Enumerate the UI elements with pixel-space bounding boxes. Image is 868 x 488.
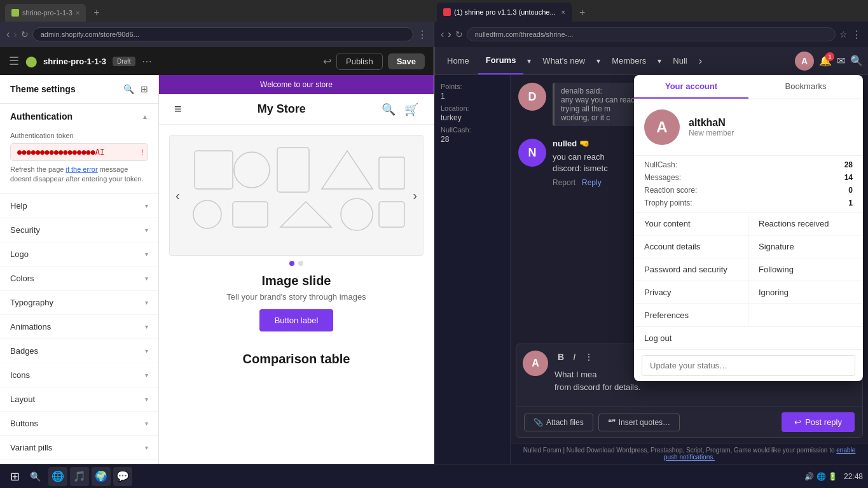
forum-nav-null[interactable]: Null (665, 47, 694, 74)
more-options-icon[interactable]: ⋯ (142, 55, 152, 67)
dropdown-tab-account[interactable]: Your account (634, 75, 748, 99)
dropdown-username: altkhaN (689, 117, 734, 129)
menu-reactions-received[interactable]: Reactions received (748, 213, 863, 235)
slide-dot-1[interactable] (289, 261, 294, 266)
sidebar-item-buttons[interactable]: Buttons▾ (0, 412, 158, 436)
nav-forward-right[interactable]: › (448, 29, 451, 40)
taskbar-icon-windows[interactable]: 🌐 (48, 467, 67, 486)
nav-reload-left[interactable]: ↻ (21, 29, 29, 39)
left-url-bar[interactable]: admin.shopify.com/store/90d6... (32, 27, 413, 41)
logout-item[interactable]: Log out (634, 327, 863, 349)
messages-icon[interactable]: ✉ (837, 55, 845, 67)
shopify-logo: ⬤ (25, 55, 37, 67)
store-cart-icon[interactable]: 🛒 (404, 102, 418, 116)
slide-title: Image slide (169, 274, 424, 288)
taskbar-icon-spotify[interactable]: 🎵 (70, 467, 89, 486)
user-avatar-nav[interactable]: A (795, 52, 814, 71)
auth-hint-link[interactable]: if the error (65, 165, 97, 173)
settings-search-icon[interactable]: 🔍 (123, 84, 134, 94)
sidebar-item-variant-pills[interactable]: Variant pills▾ (0, 436, 158, 460)
menu-password-security[interactable]: Password and security (634, 258, 748, 281)
store-name-label: shrine-pro-1-1-3 (43, 57, 106, 66)
nav-back-right[interactable]: ‹ (441, 29, 444, 40)
svg-point-8 (341, 199, 373, 230)
auth-section-header[interactable]: Authentication ▲ (0, 104, 158, 129)
settings-grid-icon[interactable]: ⊞ (141, 84, 148, 94)
taskbar-icon-folder[interactable]: 💬 (113, 467, 132, 486)
forum-nav-more[interactable]: › (696, 55, 705, 67)
bookmark-right[interactable]: ☆ (839, 29, 848, 39)
dropdown-tab-bookmarks[interactable]: Bookmarks (748, 75, 863, 99)
undo-icon[interactable]: ↩ (323, 55, 331, 67)
sidebar-item-security[interactable]: Security▾ (0, 218, 158, 242)
forum-nav-whats-new-chevron[interactable]: ▾ (594, 57, 603, 66)
nav-forward-left[interactable]: › (13, 29, 17, 40)
nav-back-left[interactable]: ‹ (6, 29, 10, 40)
sidebar-item-label: Buttons (10, 419, 38, 428)
nav-reload-right[interactable]: ↻ (455, 29, 463, 39)
forum-nav-members[interactable]: Members (604, 47, 654, 74)
menu-your-content[interactable]: Your content (634, 213, 748, 235)
sidebar-item-help[interactable]: Help▾ (0, 194, 158, 218)
menu-ignoring[interactable]: Ignoring (748, 281, 863, 303)
menu-following[interactable]: Following (748, 258, 863, 281)
sidebar-item-typography[interactable]: Typography▾ (0, 291, 158, 315)
italic-button[interactable]: I (570, 351, 579, 363)
sidebar-item-icons[interactable]: Icons▾ (0, 363, 158, 387)
left-tab-close[interactable]: × (76, 9, 79, 17)
menu-account-details[interactable]: Account details (634, 235, 748, 258)
chevron-down-icon: ▾ (145, 227, 148, 234)
taskbar-icon-chrome[interactable]: 🌍 (92, 467, 111, 486)
new-tab-btn-right[interactable]: + (579, 7, 585, 18)
nav-menu-left[interactable]: ⋮ (417, 29, 427, 41)
auth-token-input[interactable] (10, 143, 148, 161)
svg-point-5 (193, 200, 221, 228)
slide-next-arrow[interactable]: › (413, 188, 417, 203)
shopify-menu-icon[interactable]: ☰ (9, 54, 19, 68)
forum-nav-whats-new[interactable]: What's new (535, 47, 593, 74)
post-reply-button[interactable]: ↩ Post reply (782, 412, 855, 432)
right-url-bar[interactable]: nulledfrm.com/threads/shrine-... (467, 27, 836, 41)
sidebar-item-label: Layout (10, 394, 35, 404)
forum-nav-home[interactable]: Home (439, 47, 477, 74)
right-tab-close[interactable]: × (561, 8, 565, 16)
slide-cta-button[interactable]: Button label (259, 309, 334, 331)
left-tab-title[interactable]: shrine-pro-1-1-3 (22, 9, 72, 17)
publish-button[interactable]: Publish (336, 53, 383, 70)
taskbar-search-icon[interactable]: 🔍 (27, 469, 43, 484)
slide-prev-arrow[interactable]: ‹ (176, 188, 180, 203)
store-search-icon[interactable]: 🔍 (382, 102, 396, 116)
menu-preferences[interactable]: Preferences (634, 303, 748, 326)
forum-nav-forums[interactable]: Forums (478, 47, 524, 74)
forum-nav-chevron[interactable]: ▾ (525, 57, 534, 66)
forum-nav-members-chevron[interactable]: ▾ (655, 57, 664, 66)
sidebar-item-label: Typography (10, 298, 53, 307)
sidebar-item-badges[interactable]: Badges▾ (0, 339, 158, 363)
status-input[interactable] (642, 355, 855, 376)
sidebar-item-layout[interactable]: Layout▾ (0, 387, 158, 412)
save-button[interactable]: Save (388, 53, 425, 69)
nav-menu-right[interactable]: ⋮ (851, 29, 862, 41)
report-button[interactable]: Report (553, 178, 575, 187)
slide-dot-2[interactable] (298, 261, 303, 266)
sidebar-item-animations[interactable]: Animations▾ (0, 315, 158, 339)
chevron-down-icon: ▾ (145, 299, 148, 306)
bold-button[interactable]: B (555, 351, 567, 363)
insert-quote-button[interactable]: ❝❞ Insert quotes… (598, 414, 680, 431)
chevron-down-icon: ▾ (145, 420, 148, 427)
menu-privacy[interactable]: Privacy (634, 281, 748, 303)
reply-button[interactable]: Reply (582, 178, 602, 187)
search-icon-nav[interactable]: 🔍 (850, 55, 863, 67)
right-tab-active[interactable]: (1) shrine pro v1.1.3 (untouche... × (437, 3, 572, 22)
store-menu-icon[interactable]: ≡ (174, 102, 182, 116)
menu-signature[interactable]: Signature (748, 235, 863, 258)
push-notification-bar: Nulled Forum | Nulled Download Wordpress… (511, 443, 868, 464)
sidebar-item-logo[interactable]: Logo▾ (0, 242, 158, 267)
more-formatting-button[interactable]: ⋮ (581, 351, 596, 363)
start-button[interactable]: ⊞ (5, 467, 25, 486)
notifications-icon[interactable]: 🔔1 (819, 55, 832, 67)
new-tab-btn-left[interactable]: + (93, 7, 99, 18)
attach-files-button[interactable]: 📎 Attach files (524, 414, 593, 431)
sidebar-points-value: 1 (441, 92, 504, 101)
sidebar-item-colors[interactable]: Colors▾ (0, 267, 158, 291)
